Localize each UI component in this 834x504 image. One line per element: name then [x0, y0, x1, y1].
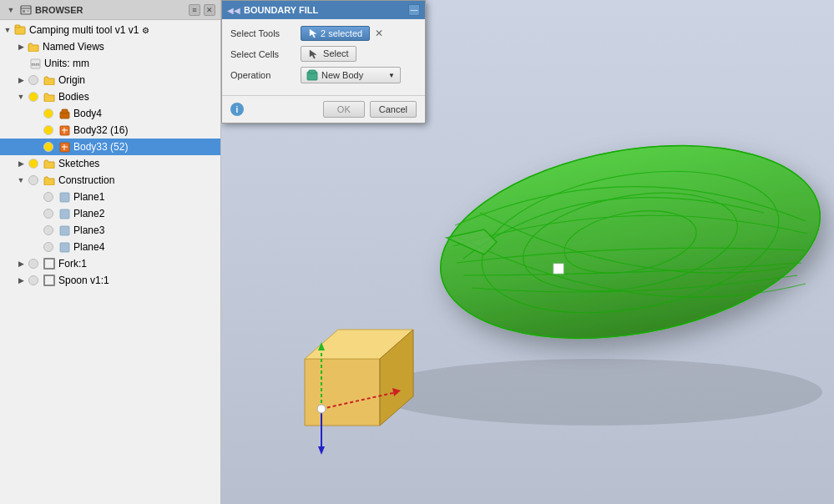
svg-rect-0 — [21, 6, 31, 14]
tree-item-body33[interactable]: Body33 (52) — [0, 139, 220, 155]
svg-rect-9 — [62, 109, 68, 113]
root-icon — [13, 23, 27, 37]
sketches-folder-icon — [43, 157, 56, 170]
units-icon: mm — [28, 57, 42, 70]
plane1-label: Plane1 — [73, 191, 104, 203]
svg-point-37 — [317, 405, 326, 413]
dialog-minimize-btn[interactable]: — — [408, 4, 420, 16]
browser-tree: ▼ Camping multi tool v1 v1 ⚙ ▶ — [0, 20, 220, 504]
viewport[interactable]: ◀◀ BOUNDARY FILL — Select Tools 2 select… — [221, 0, 834, 504]
browser-menu-btn[interactable]: ≡ — [189, 4, 200, 16]
select-tools-clear-btn[interactable]: ✕ — [373, 28, 385, 39]
select-cells-btn[interactable]: Select — [301, 46, 356, 62]
info-icon: i — [230, 103, 244, 116]
tree-item-body4[interactable]: Body4 — [0, 105, 220, 122]
origin-folder-icon — [43, 73, 56, 87]
bodies-toggle[interactable]: ▼ — [15, 91, 27, 103]
browser-title: BROWSER — [35, 5, 83, 15]
folder-icon — [27, 40, 40, 53]
tree-item-plane3[interactable]: Plane3 — [0, 222, 220, 239]
svg-point-21 — [372, 359, 822, 426]
svg-rect-39 — [309, 70, 316, 73]
named-views-label: Named Views — [43, 41, 104, 53]
svg-marker-28 — [305, 359, 380, 426]
tree-item-construction[interactable]: ▼ Construction — [0, 172, 220, 189]
select-tools-value: 2 selected — [321, 28, 362, 38]
construction-label: Construction — [58, 174, 114, 186]
cancel-button[interactable]: Cancel — [370, 101, 417, 118]
browser-collapse-toggle[interactable]: ▼ — [5, 4, 17, 16]
tree-item-spoon1[interactable]: ▶ Spoon v1:1 — [0, 272, 220, 289]
fork1-toggle[interactable]: ▶ — [15, 258, 27, 270]
select-cells-label: Select Cells — [230, 49, 297, 59]
body4-label: Body4 — [73, 108, 102, 119]
plane2-label: Plane2 — [73, 208, 104, 219]
tree-item-bodies[interactable]: ▼ Bodies — [0, 88, 220, 105]
dialog-dock-arrow: ◀◀ — [227, 6, 240, 15]
fork1-label: Fork:1 — [58, 258, 87, 270]
boundary-fill-dialog: ◀◀ BOUNDARY FILL — Select Tools 2 select… — [221, 0, 426, 123]
named-views-toggle[interactable]: ▶ — [15, 41, 27, 53]
origin-label: Origin — [58, 74, 85, 86]
tree-item-plane1[interactable]: Plane1 — [0, 189, 220, 205]
construction-folder-icon — [43, 174, 56, 187]
select-cells-value: Select — [323, 48, 349, 58]
tree-item-fork1[interactable]: ▶ Fork:1 — [0, 255, 220, 272]
svg-rect-2 — [23, 10, 25, 13]
spoon1-toggle[interactable]: ▶ — [15, 275, 27, 286]
body33-icon — [58, 140, 71, 154]
body32-label: Body32 (16) — [73, 124, 128, 136]
root-toggle[interactable]: ▼ — [2, 24, 13, 36]
sketches-toggle[interactable]: ▶ — [15, 158, 27, 169]
sketches-light-icon — [27, 157, 40, 170]
select-tools-row: Select Tools 2 selected ✕ — [230, 26, 417, 41]
svg-rect-17 — [60, 209, 69, 219]
operation-dropdown[interactable]: New Body ▼ — [301, 67, 401, 83]
tree-item-body32[interactable]: Body32 (16) — [0, 122, 220, 139]
select-tools-btn[interactable]: 2 selected — [301, 26, 370, 41]
plane4-light-icon — [42, 240, 55, 254]
svg-text:mm: mm — [31, 62, 39, 67]
construction-toggle[interactable]: ▼ — [15, 174, 27, 186]
plane3-light-icon — [42, 224, 55, 237]
browser-panel: ▼ BROWSER ≡ ✕ ▼ C — [0, 0, 221, 504]
operation-value: New Body — [321, 70, 363, 80]
svg-rect-5 — [15, 25, 20, 28]
cursor-icon — [308, 28, 318, 38]
fork1-light-icon — [27, 257, 40, 270]
dialog-header: ◀◀ BOUNDARY FILL — — [222, 1, 425, 19]
plane4-label: Plane4 — [73, 241, 104, 253]
spoon1-label: Spoon v1:1 — [58, 275, 109, 286]
bodies-light-icon — [27, 90, 40, 103]
dialog-footer: i OK Cancel — [222, 95, 425, 123]
bodies-folder-icon — [43, 90, 56, 103]
root-settings-icon[interactable]: ⚙ — [142, 26, 149, 35]
body32-light-icon — [42, 123, 55, 137]
dropdown-arrow-icon: ▼ — [388, 72, 395, 79]
tree-item-named-views[interactable]: ▶ Named Views — [0, 38, 220, 55]
browser-header: ▼ BROWSER ≡ ✕ — [0, 0, 220, 20]
bodies-label: Bodies — [58, 91, 89, 103]
select-tools-label: Select Tools — [230, 28, 297, 38]
tree-item-plane2[interactable]: Plane2 — [0, 205, 220, 222]
ok-button[interactable]: OK — [323, 101, 365, 118]
tree-item-plane4[interactable]: Plane4 — [0, 239, 220, 255]
body33-label: Body33 (52) — [73, 141, 128, 153]
body4-icon — [58, 107, 71, 120]
light-icon — [27, 73, 40, 87]
plane3-icon — [58, 224, 71, 237]
svg-rect-19 — [60, 243, 69, 252]
body32-icon — [58, 123, 71, 137]
tree-item-origin[interactable]: ▶ Origin — [0, 72, 220, 88]
fork1-icon — [43, 257, 56, 270]
tree-item-units[interactable]: mm Units: mm — [0, 55, 220, 72]
browser-close-btn[interactable]: ✕ — [204, 4, 215, 16]
tree-item-sketches[interactable]: ▶ Sketches — [0, 155, 220, 172]
tree-root-item[interactable]: ▼ Camping multi tool v1 v1 ⚙ — [0, 22, 220, 38]
origin-toggle[interactable]: ▶ — [15, 74, 27, 86]
plane1-icon — [58, 190, 71, 204]
plane4-icon — [58, 240, 71, 254]
construction-light-icon — [27, 174, 40, 187]
new-body-icon — [306, 69, 318, 81]
svg-rect-16 — [60, 193, 69, 202]
